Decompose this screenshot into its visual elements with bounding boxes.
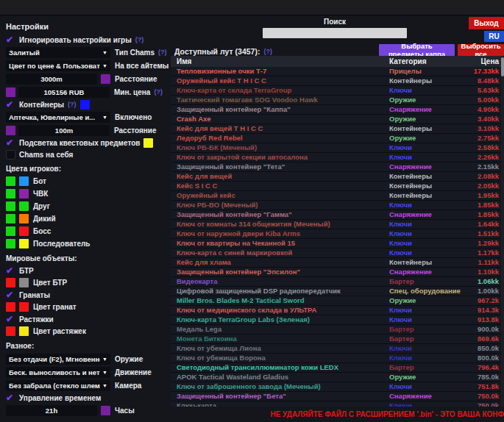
color-swatch[interactable] bbox=[19, 278, 29, 287]
color-swatch[interactable] bbox=[6, 214, 15, 223]
loot-table-row[interactable]: Защищенный контейнер "Каппа" Снаряжение … bbox=[171, 105, 504, 115]
min-price-input[interactable]: 105156 RUB bbox=[18, 87, 110, 98]
color-swatch[interactable] bbox=[19, 239, 29, 248]
color-swatch[interactable] bbox=[6, 189, 15, 199]
checkmark-icon[interactable]: ✔ bbox=[6, 99, 18, 110]
loot-table-row[interactable]: Ключ-карта с синей маркировкой Ключи 1.1… bbox=[171, 248, 504, 258]
loot-table-row[interactable]: Ключ-карта TerraGroup Labs (Зеленая) Клю… bbox=[171, 315, 504, 325]
color-swatch[interactable] bbox=[80, 100, 90, 110]
loot-table-row[interactable]: Ключ-карта Ключи 750.0k bbox=[171, 401, 504, 407]
loot-table-row[interactable]: Crash Axe Оружие 3.40kk bbox=[171, 115, 504, 124]
column-header-name[interactable]: Имя bbox=[177, 56, 389, 67]
chams-type-select[interactable]: Залитый ▼ bbox=[6, 47, 110, 58]
loot-table-row[interactable]: Кейс S I C C Контейнеры 2.05kk bbox=[171, 182, 504, 191]
scrollbar-thumb[interactable] bbox=[501, 57, 504, 76]
checkbox-row-ignore-game-settings[interactable]: ✔ Игнорировать настройки игры (?) bbox=[6, 34, 171, 46]
loot-table-row[interactable]: Кейс для вещей Контейнеры 2.08kk bbox=[171, 172, 504, 182]
scrollbar-track[interactable] bbox=[501, 56, 504, 407]
loot-table-row[interactable]: Ключ от закрытой секции автосалона Ключи… bbox=[171, 153, 504, 162]
color-swatch[interactable] bbox=[143, 138, 153, 148]
loot-table-row[interactable]: Ключ от медицинского склада в УЛЬТРА Клю… bbox=[171, 306, 504, 315]
checkmark-icon[interactable]: ✔ bbox=[6, 265, 18, 276]
loot-table-row[interactable]: Оружейный кейс Контейнеры 1.95kk bbox=[171, 191, 504, 201]
loot-table-row[interactable]: Защищенный контейнер "Эпсилон" Снаряжени… bbox=[171, 268, 504, 277]
loot-table-row[interactable]: Монета Биткоина Бартер 869.6k bbox=[171, 335, 504, 344]
color-swatch[interactable] bbox=[6, 176, 15, 186]
checkbox-unchecked-icon[interactable] bbox=[6, 150, 15, 160]
select-kappa-items-button[interactable]: Выбрать предметы каппа bbox=[379, 44, 455, 56]
checkbox-row-chams-self[interactable]: Chams на себя bbox=[6, 149, 171, 160]
loot-table-row[interactable]: Ключ-карта от склада TerraGroup Ключи 5.… bbox=[171, 86, 504, 96]
checkmark-icon[interactable]: ✔ bbox=[6, 393, 18, 403]
checkmark-icon[interactable]: ✔ bbox=[6, 290, 18, 300]
enabled-filter-select[interactable]: Аптечка, Ювелирные и... ▼ bbox=[6, 112, 110, 123]
loot-table-row[interactable]: Ключ от заброшенного завода (Меченый) Кл… bbox=[171, 382, 504, 392]
language-button[interactable]: RU bbox=[484, 31, 504, 42]
distance-input[interactable]: 3000m bbox=[6, 74, 97, 85]
all-items-select[interactable]: Цвет по цене & Пользователь ▼ bbox=[6, 60, 110, 71]
discard-all-button[interactable]: Выбросить все bbox=[458, 44, 504, 56]
color-swatch[interactable] bbox=[19, 176, 29, 186]
help-icon[interactable]: (?) bbox=[68, 101, 77, 108]
loot-table-row[interactable]: Защищенный контейнер "Бета" Снаряжение 7… bbox=[171, 392, 504, 401]
checkmark-icon[interactable]: ✔ bbox=[6, 137, 18, 148]
checkbox-row-containers[interactable]: ✔ Контейнеры (?) bbox=[6, 99, 171, 110]
checkbox-row-grenades[interactable]: ✔ Гранаты bbox=[6, 289, 171, 301]
checkbox-row-time-control[interactable]: ✔ Управление временем bbox=[6, 392, 171, 404]
color-swatch[interactable] bbox=[6, 201, 15, 211]
loot-table-row[interactable]: Видеокарта Бартер 1.06kk bbox=[171, 277, 504, 287]
movement-select[interactable]: Беск. выносливость и нет уста ▼ bbox=[6, 367, 110, 378]
color-swatch[interactable] bbox=[101, 74, 110, 84]
loot-table-row[interactable]: Медаль Lega Бартер 900.0k bbox=[171, 325, 504, 335]
search-input[interactable] bbox=[263, 28, 407, 38]
help-icon[interactable]: (?) bbox=[263, 48, 272, 55]
color-swatch[interactable] bbox=[19, 201, 29, 211]
color-swatch[interactable] bbox=[101, 406, 110, 415]
loot-table-row[interactable]: Ключ РБ-БК (Меченый) Ключи 2.58kk bbox=[171, 143, 504, 153]
color-swatch[interactable] bbox=[19, 326, 29, 336]
loot-table-row[interactable]: Ключ РБ-ВО (Меченый) Ключи 1.85kk bbox=[171, 201, 504, 210]
loot-table-row[interactable]: Кейс для хлама Контейнеры 1.11kk bbox=[171, 258, 504, 268]
loot-table-row[interactable]: Защищенный контейнер "Тета" Снаряжение 2… bbox=[171, 162, 504, 172]
loot-table-row[interactable]: Оружейный кейс T H I C C Контейнеры 8.48… bbox=[171, 76, 504, 86]
loot-table-row[interactable]: Ключ от квартиры на Чеканной 15 Ключи 1.… bbox=[171, 239, 504, 248]
loot-table-row[interactable]: Тепловизионные очки Т-7 Прицелы 17.33kk bbox=[171, 67, 504, 76]
color-swatch[interactable] bbox=[6, 226, 15, 236]
loot-table-row[interactable]: Цифровой защищенный DSP радиопередатчик … bbox=[171, 287, 504, 296]
color-swatch[interactable] bbox=[6, 326, 15, 336]
checkbox-row-tripwires[interactable]: ✔ Растяжки bbox=[6, 313, 171, 325]
color-swatch[interactable] bbox=[6, 239, 15, 248]
checkbox-row-btr[interactable]: ✔ БТР bbox=[6, 265, 171, 276]
loot-table-row[interactable]: Ледоруб Red Rebel Оружие 2.75kk bbox=[171, 134, 504, 143]
color-swatch[interactable] bbox=[19, 214, 29, 223]
loot-table-row[interactable]: Защищенный контейнер "Гамма" Снаряжение … bbox=[171, 210, 504, 220]
distance2-input[interactable]: 100m bbox=[18, 125, 110, 136]
help-icon[interactable]: (?) bbox=[154, 88, 163, 96]
exit-button[interactable]: Выход bbox=[469, 17, 504, 29]
checkmark-icon[interactable]: ✔ bbox=[6, 314, 18, 324]
loot-table-row[interactable]: Miller Bros. Blades M-2 Tactical Sword О… bbox=[171, 296, 504, 306]
loot-table-row[interactable]: Ключ от убежища Ворона Ключи 800.0k bbox=[171, 354, 504, 363]
help-icon[interactable]: (?) bbox=[158, 49, 167, 56]
weapon-select[interactable]: Без отдачи (F2), Мгновенное п ▼ bbox=[6, 354, 110, 365]
column-header-price[interactable]: Цена bbox=[461, 56, 499, 67]
color-swatch[interactable] bbox=[6, 302, 15, 312]
loot-table-row[interactable]: APOK Tactical Wasteland Gladius Оружие 7… bbox=[171, 373, 504, 382]
color-swatch[interactable] bbox=[6, 278, 15, 287]
column-header-category[interactable]: Категория bbox=[389, 56, 461, 67]
help-icon[interactable]: (?) bbox=[135, 36, 144, 43]
color-swatch[interactable] bbox=[6, 126, 15, 135]
color-swatch[interactable] bbox=[19, 302, 29, 312]
checkbox-row-quest-highlight[interactable]: ✔ Подсветка квестовых предметов bbox=[6, 137, 171, 149]
loot-table-row[interactable]: Ключ от убежища Лиона Ключи 850.0k bbox=[171, 344, 504, 354]
color-swatch[interactable] bbox=[19, 226, 29, 236]
loot-table-row[interactable]: Кейс для вещей T H I C C Контейнеры 3.10… bbox=[171, 124, 504, 134]
color-swatch[interactable] bbox=[6, 87, 15, 97]
loot-table-row[interactable]: Светодиодный трансиллюминатор кожи LEDX … bbox=[171, 363, 504, 373]
loot-table-row[interactable]: Ключ от наружной двери Kiba Arms Ключи 1… bbox=[171, 229, 504, 239]
loot-table-row[interactable]: Тактический томагавк SOG Voodoo Hawk Ору… bbox=[171, 96, 504, 105]
camera-select[interactable]: Без забрала (стекло шлема) ▼ bbox=[6, 380, 110, 391]
loot-table-row[interactable]: Ключ от комнаты 314 общежития (Меченый) … bbox=[171, 220, 504, 229]
hours-input[interactable]: 21h bbox=[6, 405, 97, 416]
color-swatch[interactable] bbox=[19, 189, 29, 199]
